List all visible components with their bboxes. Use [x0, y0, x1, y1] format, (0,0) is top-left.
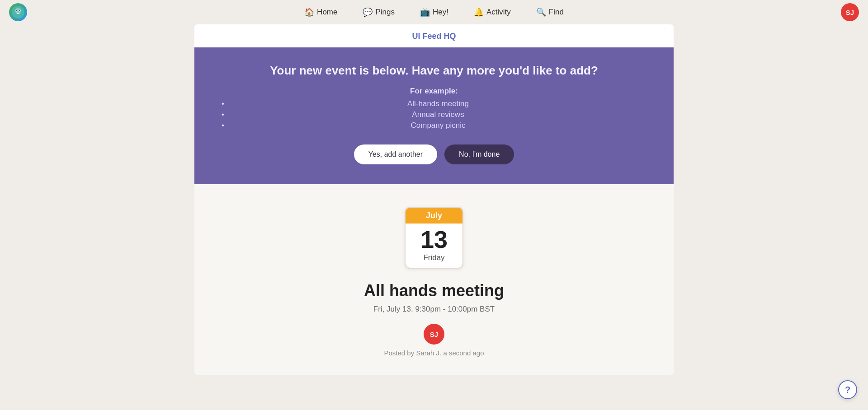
activity-icon: 🔔	[474, 7, 484, 17]
event-title: All hands meeting	[364, 281, 504, 300]
event-card-area: July 13 Friday All hands meeting Fri, Ju…	[194, 184, 674, 375]
nav-pings-label: Pings	[375, 8, 395, 17]
banner-headline: Your new event is below. Have any more y…	[222, 64, 646, 78]
user-avatar-top[interactable]: SJ	[841, 3, 859, 21]
banner-example-2: Annual reviews	[222, 110, 646, 119]
svg-point-5	[19, 10, 20, 11]
nav-hey-label: Hey!	[433, 8, 448, 17]
main-container: UI Feed HQ Your new event is below. Have…	[194, 24, 674, 375]
calendar-day-name: Friday	[406, 252, 462, 268]
calendar-icon: July 13 Friday	[405, 207, 463, 269]
calendar-month: July	[406, 208, 462, 224]
find-icon: 🔍	[536, 7, 546, 17]
poster-avatar: SJ	[424, 324, 444, 345]
pings-icon: 💬	[363, 7, 373, 17]
yes-add-another-button[interactable]: Yes, add another	[354, 144, 437, 164]
banner-for-example: For example:	[222, 87, 646, 96]
feed-title-link[interactable]: UI Feed HQ	[412, 32, 456, 41]
help-button[interactable]: ?	[838, 380, 857, 399]
top-navigation: 🏠 Home 💬 Pings 📺 Hey! 🔔 Activity 🔍 Find …	[0, 0, 868, 24]
no-done-button[interactable]: No, I'm done	[444, 144, 514, 164]
nav-activity-label: Activity	[486, 8, 511, 17]
posted-by-text: Posted by Sarah J. a second ago	[384, 349, 484, 357]
nav-hey[interactable]: 📺 Hey!	[416, 5, 452, 19]
svg-point-4	[16, 10, 17, 11]
banner-examples-list: All-hands meeting Annual reviews Company…	[222, 99, 646, 130]
nav-home[interactable]: 🏠 Home	[301, 5, 341, 19]
banner-buttons: Yes, add another No, I'm done	[222, 144, 646, 164]
nav-pings[interactable]: 💬 Pings	[359, 5, 398, 19]
hey-icon: 📺	[420, 7, 430, 17]
nav-activity[interactable]: 🔔 Activity	[470, 5, 514, 19]
banner-example-3: Company picnic	[222, 121, 646, 130]
nav-find-label: Find	[549, 8, 564, 17]
home-icon: 🏠	[304, 7, 314, 17]
app-logo	[9, 3, 27, 21]
calendar-day-number: 13	[406, 224, 462, 252]
banner-example-1: All-hands meeting	[222, 99, 646, 108]
event-banner: Your new event is below. Have any more y…	[194, 47, 674, 184]
nav-home-label: Home	[317, 8, 337, 17]
nav-find[interactable]: 🔍 Find	[533, 5, 567, 19]
event-time: Fri, July 13, 9:30pm - 10:00pm BST	[373, 305, 495, 314]
feed-header: UI Feed HQ	[194, 24, 674, 47]
